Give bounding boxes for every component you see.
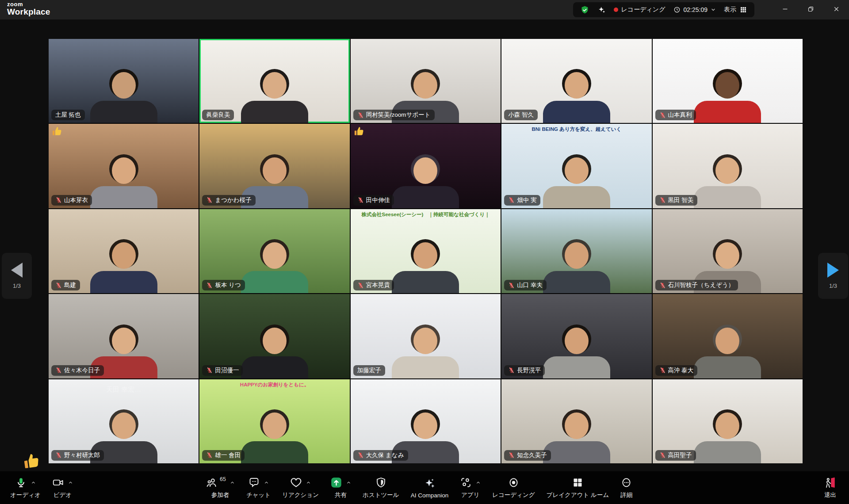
person-torso bbox=[90, 186, 157, 208]
toolbar-right-group: 退出 bbox=[818, 471, 842, 504]
participant-tile-9[interactable]: BNi BEING あり方を変え、超えていく 畑中 実 bbox=[501, 124, 651, 208]
person-torso bbox=[543, 101, 610, 123]
participant-name: 雄一 會田 bbox=[215, 451, 241, 459]
recording-dot-icon bbox=[614, 8, 618, 12]
participant-name-tag: 板本 りつ bbox=[202, 280, 245, 290]
participant-video-placeholder bbox=[688, 154, 767, 208]
participant-tile-19[interactable]: 長野滉平 bbox=[501, 294, 651, 378]
person-head bbox=[715, 328, 739, 354]
participant-tile-1[interactable]: 土屋 拓也 bbox=[49, 39, 199, 123]
recording-indicator[interactable]: レコーディング bbox=[614, 6, 665, 14]
participant-name-tag: 土屋 拓也 bbox=[51, 110, 85, 120]
participant-tile-10[interactable]: 黒田 智美 bbox=[653, 124, 803, 208]
person-head bbox=[112, 412, 136, 439]
participant-video-placeholder bbox=[235, 69, 314, 123]
security-shield-icon[interactable] bbox=[580, 5, 589, 15]
participant-tile-21[interactable]: 天田 幸宏… 野々村研太郎 bbox=[49, 379, 199, 463]
window-titlebar: zoom Workplace レコーディング 02:25:09 表示 bbox=[0, 0, 849, 19]
participant-name-tag: 石川智枝子（ちえぞう） bbox=[655, 280, 738, 290]
participant-tile-24[interactable]: 知念久美子 bbox=[501, 379, 651, 463]
chevron-up-icon[interactable] bbox=[346, 479, 351, 487]
meeting-timer[interactable]: 02:25:09 bbox=[673, 6, 716, 13]
minimize-button[interactable] bbox=[772, 0, 798, 19]
participant-name: 山本真利 bbox=[668, 111, 692, 119]
participant-tile-18[interactable]: 加藤宏子 bbox=[351, 294, 501, 378]
toolbar-item-video[interactable]: ビデオ bbox=[46, 471, 79, 504]
muted-mic-icon bbox=[508, 452, 515, 458]
participant-name-tag: 島建 bbox=[51, 280, 80, 290]
participant-tile-12[interactable]: 板本 りつ bbox=[199, 209, 349, 293]
participant-name: 宮本晃貴 bbox=[366, 281, 390, 289]
participant-tile-13[interactable]: 株式会社Seesee(シーシー) ｜持続可能な社会づくり｜ 宮本晃貴 bbox=[351, 209, 501, 293]
muted-mic-icon bbox=[55, 452, 62, 458]
participant-tile-5[interactable]: 山本真利 bbox=[653, 39, 803, 123]
next-page-button[interactable]: 1/3 bbox=[818, 253, 848, 299]
participant-name-tag: 雄一 會田 bbox=[202, 450, 245, 461]
toolbar-item-share[interactable]: 共有 bbox=[325, 471, 357, 504]
participant-tile-11[interactable]: 島建 bbox=[49, 209, 199, 293]
person-head bbox=[565, 242, 589, 269]
toolbar-item-ai-companion[interactable]: AI Companion bbox=[405, 471, 455, 504]
participant-tile-14[interactable]: 山口 幸夫 bbox=[501, 209, 651, 293]
participant-video-placeholder bbox=[537, 154, 616, 208]
participant-name: 山口 幸夫 bbox=[517, 281, 543, 289]
participant-tile-20[interactable]: 高沖 泰大 bbox=[653, 294, 803, 378]
shield-icon bbox=[375, 476, 387, 489]
participant-tile-6[interactable]: 山本芽衣 bbox=[49, 124, 199, 208]
participant-tile-15[interactable]: 石川智枝子（ちえぞう） bbox=[653, 209, 803, 293]
toolbar-item-leave[interactable]: 退出 bbox=[818, 471, 842, 504]
participant-tile-22[interactable]: HAPPYのお家創りをともに。 雄一 會田 bbox=[199, 379, 349, 463]
chevron-up-icon[interactable] bbox=[264, 479, 269, 487]
toolbar-item-apps[interactable]: アプリ bbox=[454, 471, 486, 504]
page-indicator: 1/3 bbox=[829, 283, 837, 289]
participant-tile-17[interactable]: 田沼優一 bbox=[199, 294, 349, 378]
toolbar-item-reactions[interactable]: リアクション bbox=[276, 471, 325, 504]
ai-sparkle-icon[interactable] bbox=[597, 6, 606, 14]
meeting-stage: 土屋 拓也 眞柴良美 岡村笑美/zoomサポート bbox=[0, 19, 849, 471]
chevron-up-icon[interactable] bbox=[68, 479, 73, 487]
restore-button[interactable] bbox=[798, 0, 823, 19]
chevron-up-icon[interactable] bbox=[306, 479, 311, 487]
participant-name: 山本芽衣 bbox=[64, 196, 88, 204]
participant-tile-7[interactable]: まつかわ桜子 bbox=[199, 124, 349, 208]
participant-name: 知念久美子 bbox=[517, 451, 547, 459]
person-torso bbox=[392, 356, 459, 378]
chevron-down-icon[interactable] bbox=[711, 7, 716, 12]
muted-mic-icon bbox=[357, 452, 364, 458]
participant-video-placeholder bbox=[688, 325, 767, 378]
chevron-up-icon[interactable] bbox=[31, 479, 36, 487]
participant-name: 加藤宏子 bbox=[357, 367, 381, 374]
participant-tile-25[interactable]: 高田聖子 bbox=[653, 379, 803, 463]
participant-tile-16[interactable]: 佐々木今日子 bbox=[49, 294, 199, 378]
toolbar-item-recording[interactable]: レコーディング bbox=[486, 471, 540, 504]
toolbar-item-chat[interactable]: チャット bbox=[241, 471, 276, 504]
person-torso bbox=[90, 271, 157, 293]
toolbar-item-participants[interactable]: 65 参加者 bbox=[200, 471, 241, 504]
close-button[interactable] bbox=[823, 0, 849, 19]
view-button[interactable]: 表示 bbox=[724, 6, 747, 14]
video-grid: 土屋 拓也 眞柴良美 岡村笑美/zoomサポート bbox=[49, 39, 803, 463]
toolbar-item-breakout-rooms[interactable]: ブレイクアウト ルーム bbox=[541, 471, 615, 504]
participant-tile-3[interactable]: 岡村笑美/zoomサポート bbox=[351, 39, 501, 123]
participant-tile-8[interactable]: 田中伸佳 bbox=[351, 124, 501, 208]
participant-name-tag: 岡村笑美/zoomサポート bbox=[353, 110, 435, 120]
arrow-left-icon bbox=[11, 263, 23, 278]
chevron-up-icon[interactable] bbox=[476, 479, 481, 487]
participant-tile-23[interactable]: 大久保 まなみ bbox=[351, 379, 501, 463]
toolbar-item-audio[interactable]: オーディオ bbox=[4, 471, 46, 504]
arrow-right-icon bbox=[827, 263, 839, 278]
previous-page-button[interactable]: 1/3 bbox=[2, 253, 32, 299]
chevron-up-icon[interactable] bbox=[230, 479, 235, 487]
toolbar-item-host-tools[interactable]: ホストツール bbox=[357, 471, 405, 504]
floating-thumbs-up-reaction-icon bbox=[21, 450, 43, 472]
record-icon bbox=[508, 476, 520, 489]
person-torso bbox=[241, 271, 308, 293]
participant-tile-2[interactable]: 眞柴良美 bbox=[199, 39, 349, 123]
participant-name-tag: 佐々木今日子 bbox=[51, 365, 104, 376]
muted-mic-icon bbox=[206, 367, 213, 374]
toolbar-item-more[interactable]: 詳細 bbox=[615, 471, 638, 504]
participant-video-placeholder bbox=[84, 69, 164, 123]
person-head bbox=[565, 72, 589, 99]
participant-tile-4[interactable]: 小森 智久 bbox=[501, 39, 651, 123]
person-head bbox=[263, 328, 287, 354]
